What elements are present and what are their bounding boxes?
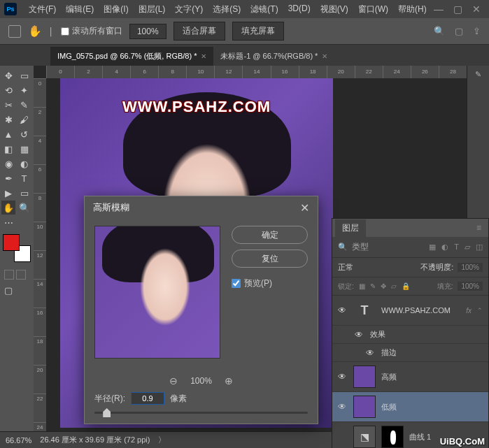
screen-mode-icon[interactable]: ▢ bbox=[1, 283, 15, 297]
lasso-tool[interactable]: ⟲ bbox=[1, 83, 15, 97]
filter-pixel-icon[interactable]: ▦ bbox=[429, 243, 436, 252]
menu-image[interactable]: 图像(I) bbox=[99, 1, 133, 18]
menu-window[interactable]: 窗口(W) bbox=[353, 1, 393, 18]
zoom-out-icon[interactable]: ⊖ bbox=[169, 375, 178, 386]
reset-button[interactable]: 复位 bbox=[232, 250, 308, 268]
zoom-readout[interactable]: 66.67% bbox=[6, 436, 31, 445]
hand-tool-icon[interactable]: ✋ bbox=[28, 24, 42, 38]
crop-tool[interactable]: ✂ bbox=[1, 98, 15, 112]
layer-stroke-row[interactable]: 👁 描边 bbox=[332, 344, 488, 362]
filter-type-dropdown[interactable]: 类型 bbox=[352, 241, 425, 253]
tab-2-close-icon[interactable]: ✕ bbox=[322, 52, 327, 60]
close-button[interactable]: ✕ bbox=[472, 3, 481, 15]
filter-type-icon[interactable]: T bbox=[454, 243, 459, 252]
fill-screen-button[interactable]: 填充屏幕 bbox=[232, 22, 284, 41]
quickmask-mode-icon[interactable] bbox=[16, 270, 26, 280]
panel-menu-icon[interactable]: ≡ bbox=[476, 223, 481, 233]
zoom-in-icon[interactable]: ⊕ bbox=[225, 375, 233, 386]
slider-thumb[interactable] bbox=[103, 408, 111, 417]
radius-slider[interactable] bbox=[85, 409, 318, 424]
lock-artboard-icon[interactable]: ▱ bbox=[391, 282, 397, 290]
home-icon[interactable] bbox=[8, 25, 21, 38]
fx-badge[interactable]: fx bbox=[466, 307, 472, 315]
standard-mode-icon[interactable] bbox=[4, 270, 14, 280]
visibility-icon[interactable]: 👁 bbox=[338, 372, 348, 382]
dialog-title-bar[interactable]: 高斯模糊 ✕ bbox=[85, 196, 318, 219]
magic-wand-tool[interactable]: ✦ bbox=[17, 83, 31, 97]
menu-edit[interactable]: 编辑(E) bbox=[61, 1, 99, 18]
brush-tool[interactable]: 🖌 bbox=[17, 113, 31, 127]
pen-tool[interactable]: ✒ bbox=[1, 171, 15, 185]
fit-screen-button[interactable]: 适合屏幕 bbox=[173, 22, 225, 41]
lock-all-icon[interactable]: 🔒 bbox=[402, 282, 410, 290]
status-chevron-icon[interactable]: 〉 bbox=[158, 435, 166, 445]
dodge-tool[interactable]: ◐ bbox=[17, 157, 31, 171]
menu-select[interactable]: 选择(S) bbox=[208, 1, 246, 18]
eraser-tool[interactable]: ◧ bbox=[1, 142, 15, 156]
fx-toggle-icon[interactable]: ⌃ bbox=[477, 307, 483, 314]
marquee-tool[interactable]: ▭ bbox=[17, 68, 31, 82]
visibility-icon[interactable]: 👁 bbox=[355, 330, 364, 340]
shape-tool[interactable]: ▭ bbox=[17, 186, 31, 200]
blend-mode-dropdown[interactable]: 正常 bbox=[338, 262, 416, 273]
filter-shape-icon[interactable]: ▱ bbox=[465, 243, 470, 252]
lock-pixels-icon[interactable]: ▦ bbox=[359, 282, 365, 290]
layer-lowfreq[interactable]: 👁 低频 bbox=[332, 392, 488, 422]
workspace-icon[interactable]: ▢ bbox=[455, 26, 463, 36]
fill-value[interactable]: 100% bbox=[458, 282, 483, 291]
menu-help[interactable]: 帮助(H) bbox=[393, 1, 432, 18]
eyedropper-tool[interactable]: ✎ bbox=[17, 98, 31, 112]
visibility-icon[interactable]: 👁 bbox=[366, 348, 376, 358]
maximize-button[interactable]: ▢ bbox=[453, 3, 462, 15]
zoom-tool[interactable]: 🔍 bbox=[17, 201, 31, 215]
share-icon[interactable]: ⇪ bbox=[473, 26, 481, 36]
menu-type[interactable]: 文字(Y) bbox=[170, 1, 208, 18]
tab-1-close-icon[interactable]: ✕ bbox=[201, 52, 206, 60]
menu-layer[interactable]: 图层(L) bbox=[134, 1, 171, 18]
minimize-button[interactable]: — bbox=[434, 3, 444, 15]
filter-search-icon[interactable]: 🔍 bbox=[338, 243, 348, 252]
search-icon[interactable]: 🔍 bbox=[434, 26, 445, 36]
color-swatches[interactable] bbox=[3, 234, 31, 262]
lock-position-icon[interactable]: ✥ bbox=[381, 282, 386, 290]
layer-mask-thumb[interactable] bbox=[381, 426, 404, 448]
menu-3d[interactable]: 3D(D) bbox=[283, 1, 316, 18]
type-tool[interactable]: T bbox=[17, 171, 31, 185]
gradient-tool[interactable]: ▦ bbox=[17, 142, 31, 156]
menu-filter[interactable]: 滤镜(T) bbox=[246, 1, 283, 18]
zoom-level[interactable]: 100% bbox=[129, 24, 166, 39]
move-tool[interactable]: ✥ bbox=[1, 68, 15, 82]
path-select-tool[interactable]: ▶ bbox=[1, 186, 15, 200]
healing-tool[interactable]: ✱ bbox=[1, 113, 15, 127]
lock-brush-icon[interactable]: ✎ bbox=[370, 282, 376, 290]
dialog-preview[interactable] bbox=[94, 226, 220, 359]
menu-view[interactable]: 视图(V) bbox=[316, 1, 353, 18]
layer-text[interactable]: 👁 T WWW.PSAHZ.COM fx ⌃ bbox=[332, 296, 488, 326]
scroll-all-checkbox[interactable]: 滚动所有窗口 bbox=[61, 25, 122, 37]
edit-toolbar-icon[interactable]: ✎ bbox=[467, 66, 489, 83]
ok-button[interactable]: 确定 bbox=[232, 226, 308, 244]
tab-1-label: IMG_0575.psd @ 66.7% (低频, RGB/8) * bbox=[57, 51, 197, 62]
tab-active[interactable]: IMG_0575.psd @ 66.7% (低频, RGB/8) *✕ bbox=[50, 47, 213, 66]
opacity-value[interactable]: 100% bbox=[458, 263, 483, 272]
radius-input[interactable] bbox=[131, 392, 164, 405]
visibility-icon[interactable]: 👁 bbox=[338, 402, 348, 412]
layers-tab[interactable]: 图层 bbox=[335, 219, 366, 237]
layer-highfreq[interactable]: 👁 高频 bbox=[332, 362, 488, 392]
foreground-color[interactable] bbox=[3, 234, 20, 251]
tab-inactive[interactable]: 未标题-1 @ 66.7%(RGB/8) *✕ bbox=[213, 47, 334, 66]
hand-tool[interactable]: ✋ bbox=[1, 201, 15, 215]
visibility-icon[interactable]: 👁 bbox=[338, 305, 348, 315]
dialog-right-col: 确定 复位 预览(P) bbox=[232, 226, 308, 359]
stamp-tool[interactable]: ▲ bbox=[1, 127, 15, 141]
more-tools[interactable]: ⋯ bbox=[1, 215, 15, 229]
filter-smart-icon[interactable]: ◫ bbox=[476, 243, 483, 252]
filter-adj-icon[interactable]: ◐ bbox=[441, 243, 448, 252]
layer-effects-row[interactable]: 👁 效果 bbox=[332, 326, 488, 344]
preview-checkbox[interactable]: 预览(P) bbox=[232, 277, 308, 289]
history-brush-tool[interactable]: ↺ bbox=[17, 127, 31, 141]
dialog-close-icon[interactable]: ✕ bbox=[300, 201, 309, 215]
menu-file[interactable]: 文件(F) bbox=[24, 1, 61, 18]
blur-tool[interactable]: ◉ bbox=[1, 157, 15, 171]
slider-track bbox=[94, 412, 308, 414]
